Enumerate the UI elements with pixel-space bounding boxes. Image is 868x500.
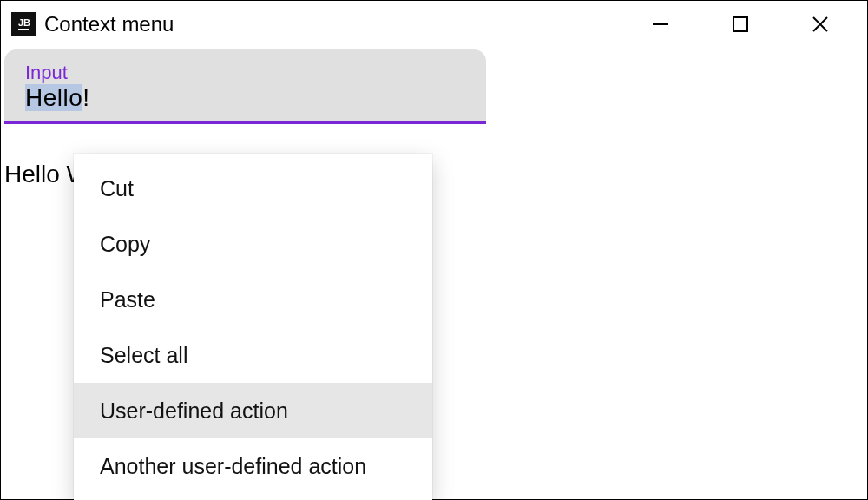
input-label: Input [25,62,465,84]
menu-item-select-all[interactable]: Select all [74,327,432,383]
minimize-icon [651,15,670,34]
menu-item-paste[interactable]: Paste [74,272,432,327]
menu-item-cut[interactable]: Cut [74,161,432,216]
window-title: Context menu [44,12,174,36]
context-menu[interactable]: Cut Copy Paste Select all User-defined a… [74,154,432,500]
menu-item-label: Copy [100,232,150,257]
client-area: Input Hello! Hello W Cut Copy Paste Sele… [1,49,867,188]
input-unselected: ! [82,84,89,111]
menu-item-user-defined-action[interactable]: User-defined action [74,383,432,438]
menu-item-label: Cut [100,176,134,201]
maximize-button[interactable] [700,1,780,48]
minimize-button[interactable] [621,1,700,48]
menu-item-label: User-defined action [100,398,288,424]
text-input-field[interactable]: Input Hello! [4,49,486,124]
input-value: Hello! [25,84,90,111]
menu-item-copy[interactable]: Copy [74,216,432,272]
menu-item-label: Another user-defined action [100,454,366,479]
svg-text:JB: JB [18,17,30,28]
svg-rect-2 [18,29,29,30]
close-button[interactable] [780,1,860,48]
titlebar[interactable]: JB Context menu [1,1,867,48]
app-icon: JB [11,12,36,36]
close-icon [811,15,830,34]
input-selection: Hello [25,84,82,111]
menu-item-another-user-defined-action[interactable]: Another user-defined action [74,438,432,494]
svg-rect-4 [733,17,747,31]
window-controls [621,1,860,48]
window-frame: JB Context menu [0,0,868,500]
maximize-icon [732,16,749,33]
menu-item-label: Select all [100,343,187,368]
menu-item-label: Paste [100,287,155,312]
